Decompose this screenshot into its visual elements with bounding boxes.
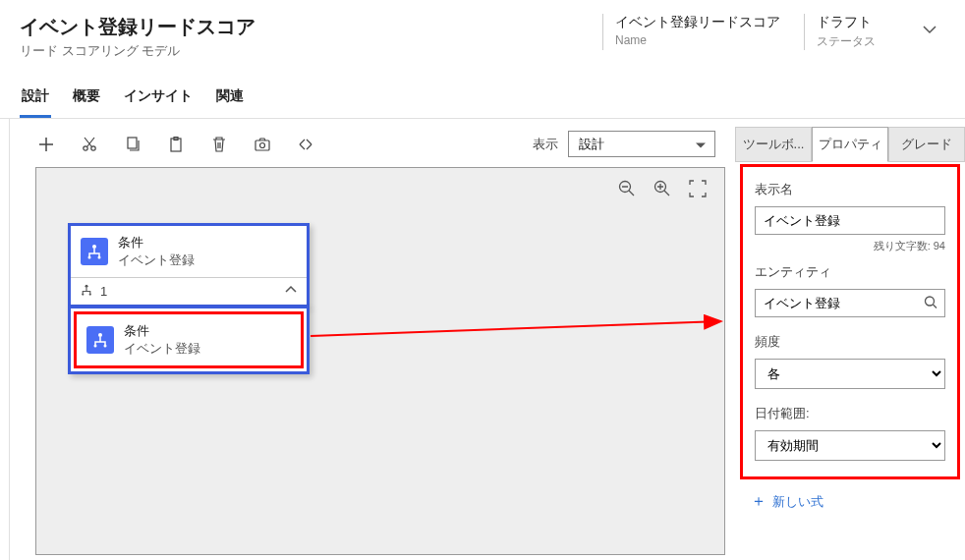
tab-summary[interactable]: 概要 [71, 80, 102, 118]
new-expression-label: 新しい式 [772, 493, 823, 511]
meta-name-value: イベント登録リードスコア [615, 14, 780, 31]
svg-point-14 [89, 293, 91, 295]
plus-icon: ＋ [751, 491, 766, 512]
svg-point-10 [88, 256, 91, 259]
node2-subtitle: イベント登録 [124, 340, 291, 358]
tab-related[interactable]: 関連 [214, 80, 246, 118]
snapshot-icon[interactable] [254, 136, 271, 153]
page-subtitle: リード スコアリング モデル [20, 42, 602, 60]
svg-point-17 [104, 345, 107, 348]
svg-rect-5 [255, 140, 269, 150]
svg-rect-2 [128, 138, 137, 148]
entity-input[interactable] [755, 289, 945, 317]
header-meta-status: ドラフト ステータス [804, 14, 902, 50]
side-tab-properties[interactable]: プロパティ [812, 127, 888, 162]
svg-point-16 [94, 345, 97, 348]
entity-label: エンティティ [755, 263, 945, 281]
header-expand-button[interactable] [914, 14, 945, 48]
zoom-in-icon[interactable] [653, 180, 671, 197]
left-gutter [0, 119, 10, 560]
frequency-select[interactable]: 各 [755, 359, 945, 389]
fit-screen-icon[interactable] [689, 180, 707, 197]
node1-subtitle: イベント登録 [118, 252, 297, 269]
paste-icon[interactable] [167, 136, 185, 153]
svg-point-6 [260, 142, 265, 147]
side-tab-toolbox[interactable]: ツールボ... [735, 127, 812, 162]
side-tab-grade[interactable]: グレード [888, 127, 965, 162]
new-expression-button[interactable]: ＋ 新しい式 [735, 487, 965, 512]
main-tabs: 設計 概要 インサイト 関連 [0, 80, 965, 118]
condition-icon [86, 326, 114, 354]
svg-point-13 [82, 293, 84, 295]
frequency-label: 頻度 [755, 333, 945, 351]
view-select[interactable]: 設計 [568, 131, 715, 157]
expand-icon[interactable] [297, 136, 314, 153]
node2-title: 条件 [124, 322, 291, 340]
date-range-label: 日付範囲: [755, 405, 945, 422]
condition-node-child[interactable]: 条件 イベント登録 [68, 306, 310, 374]
node1-title: 条件 [118, 234, 297, 252]
condition-icon [81, 238, 108, 265]
add-icon[interactable] [37, 136, 55, 153]
display-name-input[interactable] [755, 206, 945, 235]
collapse-icon[interactable] [285, 284, 297, 299]
svg-point-15 [98, 333, 102, 337]
cut-icon[interactable] [81, 136, 98, 153]
condition-node-parent[interactable]: 条件 イベント登録 1 [68, 223, 310, 308]
meta-status-value: ドラフト [817, 14, 902, 31]
svg-point-20 [926, 297, 935, 306]
tab-design[interactable]: 設計 [20, 80, 51, 118]
copy-icon[interactable] [124, 136, 142, 153]
view-label: 表示 [533, 136, 558, 153]
delete-icon[interactable] [210, 136, 228, 153]
header-meta-name: イベント登録リードスコア Name [602, 14, 780, 50]
page-title: イベント登録リードスコア [20, 14, 602, 40]
properties-panel: 表示名 残り文字数: 94 エンティティ 頻度 各 日付範囲: 有効期間 [740, 164, 960, 479]
zoom-out-icon[interactable] [618, 180, 636, 197]
display-name-label: 表示名 [755, 181, 945, 198]
node1-count: 1 [100, 284, 107, 299]
designer-canvas[interactable]: 条件 イベント登録 1 [35, 167, 725, 555]
svg-point-12 [85, 285, 88, 288]
svg-point-9 [92, 245, 96, 249]
meta-status-label: ステータス [817, 33, 902, 50]
char-count: 残り文字数: 94 [755, 239, 945, 253]
meta-name-label: Name [615, 33, 780, 47]
condition-sub-icon [81, 284, 92, 299]
date-range-select[interactable]: 有効期間 [755, 430, 945, 461]
tab-insights[interactable]: インサイト [122, 80, 195, 118]
search-icon[interactable] [924, 295, 937, 311]
svg-point-11 [98, 256, 101, 259]
